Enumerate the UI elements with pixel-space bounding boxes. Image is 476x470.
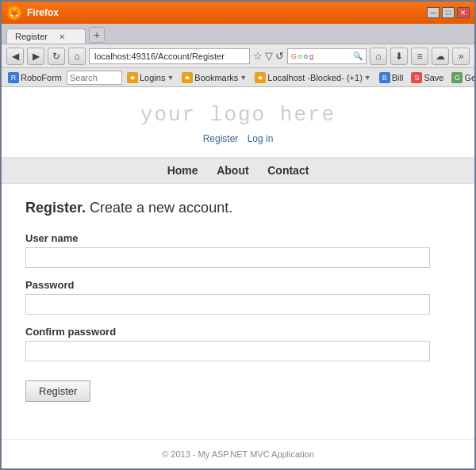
tab-close-button[interactable]: ✕ xyxy=(59,32,65,41)
save-label: Save xyxy=(424,73,443,82)
bookmarks-bar: R RoboForm ★ Logins ▼ ★ Bookmarks ▼ ★ Lo… xyxy=(2,68,474,87)
bill-label: Bill xyxy=(392,73,404,82)
roboform-label: RoboForm xyxy=(21,73,62,82)
login-link[interactable]: Log in xyxy=(248,133,274,144)
extra-button[interactable]: » xyxy=(452,48,470,65)
new-tab-button[interactable]: + xyxy=(89,27,105,43)
localhost-arrow-icon: ▼ xyxy=(364,74,371,82)
page-title-bold: Register. xyxy=(25,200,86,216)
register-button[interactable]: Register xyxy=(25,380,90,402)
address-home-button[interactable]: ⌂ xyxy=(370,48,387,65)
title-bar: 🦊 Firefox ─ □ ✕ xyxy=(2,2,474,24)
generate-icon: G xyxy=(451,72,463,83)
bill-icon: B xyxy=(379,72,390,83)
refresh-button[interactable]: ↻ xyxy=(48,48,65,65)
forward-button[interactable]: ▶ xyxy=(27,48,44,65)
save-icon: S xyxy=(411,72,422,83)
generate-bookmark[interactable]: G Generate xyxy=(448,71,474,85)
username-input[interactable] xyxy=(25,247,430,268)
nav-menu: Home About Contact xyxy=(2,157,474,184)
localhost-icon: ★ xyxy=(255,72,266,83)
title-bar-left: 🦊 Firefox xyxy=(6,5,59,21)
bookmark-check-icon[interactable]: ▽ xyxy=(265,50,273,62)
tab-title: Register xyxy=(15,32,48,41)
window-title: Firefox xyxy=(27,7,59,18)
page-title: Register. Create a new account. xyxy=(25,200,451,216)
header-auth-links: Register Log in xyxy=(2,133,474,144)
close-button[interactable]: ✕ xyxy=(457,7,470,18)
username-group: User name xyxy=(25,232,451,268)
downloads-button[interactable]: ⬇ xyxy=(390,48,408,65)
password-label: Password xyxy=(25,279,451,291)
reload-icon[interactable]: ↺ xyxy=(275,50,284,62)
roboform-search-input[interactable] xyxy=(67,71,122,85)
browser-window: 🦊 Firefox ─ □ ✕ Register ✕ + ◀ ▶ ↻ ⌂ loc… xyxy=(0,0,476,470)
site-header: your logo here Register Log in xyxy=(2,87,474,157)
localhost-label: Localhost -Blocked- (+1) xyxy=(267,73,363,82)
logins-icon: ★ xyxy=(127,72,138,83)
nav-contact[interactable]: Contact xyxy=(267,164,309,177)
active-tab[interactable]: Register ✕ xyxy=(6,29,86,44)
logo-placeholder: your logo here xyxy=(2,103,474,127)
minimize-button[interactable]: ─ xyxy=(427,7,440,18)
tab-bar: Register ✕ + xyxy=(2,24,474,44)
bookmarks-label: Bookmarks xyxy=(194,73,238,82)
address-bar: ◀ ▶ ↻ ⌂ localhost:49316/Account/Register… xyxy=(2,44,474,68)
nav-home[interactable]: Home xyxy=(167,164,198,177)
url-text: localhost:49316/Account/Register xyxy=(94,52,225,61)
search-bar[interactable]: G o o g 🔍 xyxy=(287,48,367,64)
url-input[interactable]: localhost:49316/Account/Register xyxy=(89,48,250,64)
url-icon-group: ☆ ▽ ↺ xyxy=(253,50,284,62)
logins-arrow-icon: ▼ xyxy=(167,74,174,82)
bookmarks-bookmark[interactable]: ★ Bookmarks ▼ xyxy=(178,71,250,85)
generate-label: Generate xyxy=(464,73,474,82)
confirm-password-group: Confirm password xyxy=(25,326,451,361)
home-button[interactable]: ⌂ xyxy=(68,48,86,65)
confirm-password-label: Confirm password xyxy=(25,326,451,338)
password-group: Password xyxy=(25,279,451,315)
search-engine-label: g xyxy=(309,52,313,60)
page-content: your logo here Register Log in Home Abou… xyxy=(2,87,474,468)
bookmarks-icon: ★ xyxy=(182,72,193,83)
logins-bookmark[interactable]: ★ Logins ▼ xyxy=(124,71,177,85)
content-area: your logo here Register Log in Home Abou… xyxy=(2,87,474,468)
save-bookmark[interactable]: S Save xyxy=(408,71,447,85)
bill-bookmark[interactable]: B Bill xyxy=(376,71,407,85)
register-link[interactable]: Register xyxy=(203,133,239,144)
maximize-button[interactable]: □ xyxy=(442,7,455,18)
footer-copyright: © 2013 - My ASP.NET MVC Application xyxy=(162,449,314,459)
nav-about[interactable]: About xyxy=(217,164,248,177)
page-footer: © 2013 - My ASP.NET MVC Application xyxy=(2,439,474,468)
roboform-icon: R xyxy=(8,72,19,83)
window-controls: ─ □ ✕ xyxy=(427,7,470,18)
logins-label: Logins xyxy=(140,73,165,82)
bookmark-star-icon[interactable]: ☆ xyxy=(253,50,263,62)
page-title-rest: Create a new account. xyxy=(86,200,232,216)
menu-button[interactable]: ≡ xyxy=(411,48,428,65)
firefox-logo-icon: 🦊 xyxy=(6,5,22,21)
search-icon[interactable]: 🔍 xyxy=(353,52,363,60)
password-input[interactable] xyxy=(25,294,430,315)
back-button[interactable]: ◀ xyxy=(6,48,24,65)
username-label: User name xyxy=(25,232,451,244)
confirm-password-input[interactable] xyxy=(25,341,430,361)
localhost-bookmark[interactable]: ★ Localhost -Blocked- (+1) ▼ xyxy=(251,71,374,85)
roboform-bookmark[interactable]: R RoboForm xyxy=(5,71,65,85)
main-content: Register. Create a new account. User nam… xyxy=(2,184,474,439)
sync-button[interactable]: ☁ xyxy=(432,48,449,65)
bookmarks-arrow-icon: ▼ xyxy=(240,74,247,82)
